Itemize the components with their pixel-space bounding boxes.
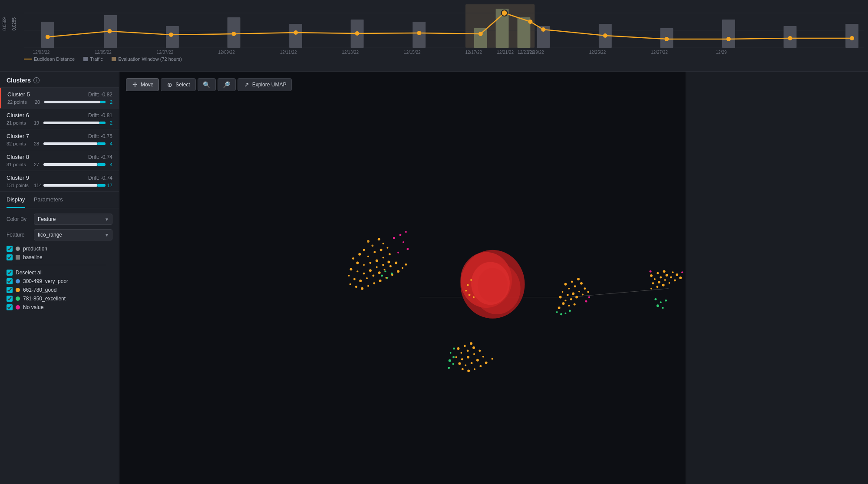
checkbox-deselect-input[interactable]: [7, 270, 13, 276]
svg-point-63: [356, 261, 359, 264]
tab-parameters[interactable]: Parameters: [34, 192, 63, 208]
svg-point-23: [232, 32, 236, 36]
bar-count-cyan-9: 17: [107, 183, 112, 188]
svg-point-153: [670, 277, 672, 279]
svg-text:12/17/22: 12/17/22: [465, 50, 482, 54]
cluster-red-center: [460, 250, 525, 319]
production-dot-icon: [16, 247, 20, 251]
bar-num-left-6: 19: [34, 120, 42, 125]
svg-point-72: [369, 269, 372, 272]
checkbox-baseline-input[interactable]: [7, 254, 13, 260]
move-icon: ✛: [132, 81, 139, 88]
move-button[interactable]: ✛ Move: [126, 78, 159, 91]
svg-point-55: [383, 243, 384, 244]
svg-point-53: [371, 244, 373, 247]
svg-point-173: [472, 346, 475, 349]
svg-point-101: [397, 252, 399, 254]
svg-point-57: [358, 253, 361, 256]
color-by-select-wrapper: Feature Cluster Drift ▼: [34, 214, 112, 225]
zoom-in-button[interactable]: 🔍: [198, 78, 216, 91]
bar-num-left-8: 27: [34, 162, 42, 167]
svg-point-32: [664, 37, 669, 41]
checkbox-661-label: 661-780_good: [23, 287, 56, 293]
svg-point-152: [664, 279, 666, 281]
checkbox-deselect-all[interactable]: Deselect all: [7, 270, 112, 276]
cluster-points-8: 31 points: [7, 162, 30, 167]
checkbox-300-499[interactable]: 300-499_very_poor: [7, 278, 112, 284]
explore-umap-button[interactable]: ↗ Explore UMAP: [238, 78, 292, 91]
cluster-right-center: [556, 278, 590, 315]
svg-point-178: [479, 349, 481, 352]
cluster-item-8[interactable]: Cluster 8 Drift: -0.74 31 points 27 4: [0, 150, 119, 171]
svg-rect-11: [474, 28, 487, 48]
svg-text:12/29: 12/29: [716, 50, 727, 54]
legend-traffic: Traffic: [83, 56, 103, 62]
checkbox-production[interactable]: production: [7, 246, 112, 252]
checkbox-no-value[interactable]: No value: [7, 304, 112, 310]
svg-point-26: [417, 31, 421, 35]
svg-point-132: [587, 291, 589, 293]
color-by-select[interactable]: Feature Cluster Drift: [34, 214, 112, 225]
svg-point-143: [650, 274, 653, 277]
svg-point-22: [169, 33, 173, 37]
svg-point-121: [580, 282, 583, 285]
svg-point-80: [372, 275, 374, 277]
checkbox-baseline[interactable]: baseline: [7, 254, 112, 260]
svg-rect-6: [166, 26, 179, 48]
svg-point-84: [395, 261, 397, 264]
svg-point-70: [356, 270, 358, 272]
svg-point-142: [585, 300, 587, 303]
legend-eval-window: Evaluation Window (72 hours): [112, 56, 182, 62]
checkbox-661-input[interactable]: [7, 287, 13, 293]
svg-point-175: [461, 358, 463, 360]
checkbox-661-780[interactable]: 661-780_good: [7, 287, 112, 293]
deselect-all-label: Deselect all: [16, 270, 43, 276]
checkbox-production-input[interactable]: [7, 246, 13, 252]
svg-point-123: [567, 294, 569, 296]
svg-point-86: [355, 286, 357, 288]
cluster-name-8: Cluster 8: [7, 154, 29, 160]
cluster-item-9[interactable]: Cluster 9 Drift: -0.74 131 points 114 17: [0, 171, 119, 192]
select-button[interactable]: ⊕ Select: [161, 78, 195, 91]
svg-point-56: [363, 249, 365, 251]
main-viz[interactable]: ✛ Move ⊕ Select 🔍 🔎 ↗ Explore UMAP: [119, 72, 686, 484]
cluster-upper-left: [348, 231, 409, 290]
svg-point-140: [569, 310, 571, 312]
svg-point-179: [458, 362, 461, 365]
svg-point-155: [650, 288, 652, 290]
checkbox-781-850[interactable]: 781-850_excellent: [7, 296, 112, 302]
bar-track-9: [43, 184, 105, 187]
svg-point-169: [464, 345, 466, 347]
svg-rect-19: [845, 24, 858, 48]
info-icon[interactable]: i: [33, 77, 40, 83]
svg-point-104: [386, 277, 388, 279]
zoom-out-button[interactable]: 🔎: [218, 78, 236, 91]
select-icon: ⊕: [166, 81, 173, 88]
checkbox-no-value-input[interactable]: [7, 304, 13, 310]
svg-point-131: [582, 294, 584, 296]
svg-point-98: [393, 237, 395, 239]
checkbox-separator: [13, 265, 106, 265]
svg-rect-17: [722, 20, 735, 48]
cluster-item-6[interactable]: Cluster 6 Drift: -0.81 21 points 19 2: [0, 109, 119, 129]
checkbox-781-input[interactable]: [7, 296, 13, 302]
svg-point-73: [376, 266, 378, 268]
bar-count-cyan-6: 2: [107, 120, 112, 125]
feature-select[interactable]: fico_range loan_amount income: [34, 229, 112, 240]
umap-scatter: [119, 72, 686, 484]
chart-legend: Euclidean Distance Traffic Evaluation Wi…: [24, 54, 864, 64]
svg-point-136: [558, 306, 561, 309]
cluster-item-5[interactable]: Cluster 5 Drift: -0.82 22 points 20 2: [0, 88, 119, 109]
svg-point-193: [449, 359, 451, 362]
svg-point-122: [562, 291, 564, 293]
svg-point-67: [383, 257, 384, 259]
svg-point-190: [453, 348, 455, 350]
svg-point-99: [403, 241, 404, 243]
checkbox-300-input[interactable]: [7, 278, 13, 284]
svg-point-85: [350, 283, 351, 285]
svg-point-31: [603, 33, 607, 38]
cluster-item-7[interactable]: Cluster 7 Drift: -0.75 32 points 28 4: [0, 129, 119, 150]
bar-count-cyan-7: 4: [107, 141, 112, 146]
svg-line-51: [570, 289, 668, 297]
tab-display[interactable]: Display: [7, 192, 25, 208]
